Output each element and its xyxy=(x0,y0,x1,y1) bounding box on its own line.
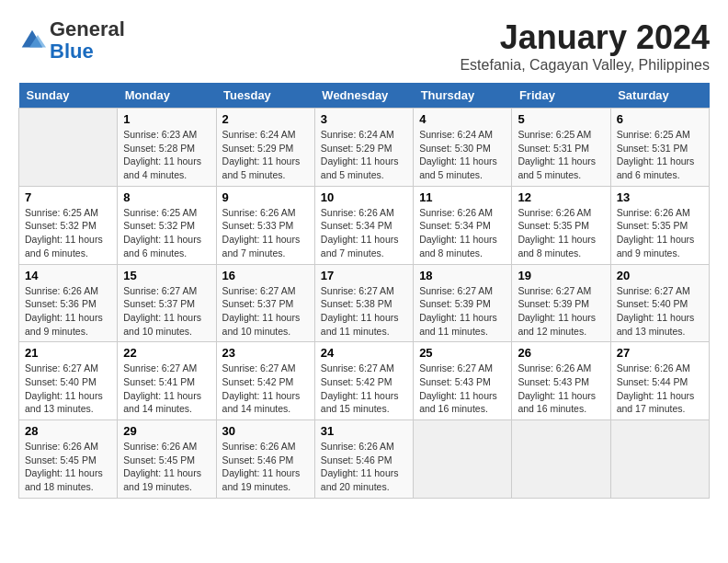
day-number: 23 xyxy=(222,346,309,360)
calendar-week-row: 28Sunrise: 6:26 AMSunset: 5:45 PMDayligh… xyxy=(19,420,710,499)
calendar-cell: 10Sunrise: 6:26 AMSunset: 5:34 PMDayligh… xyxy=(314,186,413,264)
day-number: 21 xyxy=(25,346,111,360)
day-info: Sunrise: 6:27 AMSunset: 5:39 PMDaylight:… xyxy=(518,284,604,339)
day-number: 16 xyxy=(222,269,309,282)
day-number: 25 xyxy=(419,346,506,360)
day-number: 1 xyxy=(123,112,210,126)
day-info: Sunrise: 6:25 AMSunset: 5:32 PMDaylight:… xyxy=(123,206,210,260)
day-info: Sunrise: 6:27 AMSunset: 5:37 PMDaylight:… xyxy=(123,284,210,339)
day-of-week-header: Sunday xyxy=(19,83,118,109)
day-number: 13 xyxy=(617,190,703,204)
calendar-cell: 28Sunrise: 6:26 AMSunset: 5:45 PMDayligh… xyxy=(19,420,118,499)
logo-blue-text: Blue xyxy=(50,40,94,63)
day-of-week-header: Monday xyxy=(118,83,216,109)
calendar-cell: 31Sunrise: 6:26 AMSunset: 5:46 PMDayligh… xyxy=(314,420,413,499)
day-number: 3 xyxy=(321,112,407,126)
calendar-cell: 11Sunrise: 6:26 AMSunset: 5:34 PMDayligh… xyxy=(414,186,512,264)
day-number: 18 xyxy=(419,269,506,282)
calendar-week-row: 21Sunrise: 6:27 AMSunset: 5:40 PMDayligh… xyxy=(19,342,710,420)
title-block: January 2024 Estefania, Cagayan Valley, … xyxy=(460,18,710,74)
day-info: Sunrise: 6:26 AMSunset: 5:46 PMDaylight:… xyxy=(321,440,407,494)
calendar-cell: 25Sunrise: 6:27 AMSunset: 5:43 PMDayligh… xyxy=(414,342,512,420)
day-number: 15 xyxy=(123,269,210,282)
day-of-week-header: Saturday xyxy=(610,83,709,109)
day-number: 17 xyxy=(321,269,407,282)
calendar-week-row: 7Sunrise: 6:25 AMSunset: 5:32 PMDaylight… xyxy=(19,186,710,264)
day-number: 8 xyxy=(123,190,210,204)
day-info: Sunrise: 6:27 AMSunset: 5:42 PMDaylight:… xyxy=(321,362,407,416)
day-info: Sunrise: 6:26 AMSunset: 5:34 PMDaylight:… xyxy=(419,206,506,260)
day-of-week-header: Friday xyxy=(512,83,610,109)
day-info: Sunrise: 6:27 AMSunset: 5:39 PMDaylight:… xyxy=(419,284,506,339)
day-info: Sunrise: 6:23 AMSunset: 5:28 PMDaylight:… xyxy=(123,128,210,182)
logo-general-text: General xyxy=(50,17,125,40)
calendar-cell xyxy=(512,420,610,499)
calendar-cell: 24Sunrise: 6:27 AMSunset: 5:42 PMDayligh… xyxy=(314,342,413,420)
calendar-cell: 1Sunrise: 6:23 AMSunset: 5:28 PMDaylight… xyxy=(118,109,216,187)
month-year-title: January 2024 xyxy=(460,18,710,57)
day-info: Sunrise: 6:27 AMSunset: 5:40 PMDaylight:… xyxy=(25,362,111,416)
calendar-cell: 19Sunrise: 6:27 AMSunset: 5:39 PMDayligh… xyxy=(512,264,610,342)
day-number: 5 xyxy=(518,112,604,126)
day-number: 30 xyxy=(222,424,309,438)
calendar-cell: 3Sunrise: 6:24 AMSunset: 5:29 PMDaylight… xyxy=(314,109,413,187)
calendar-week-row: 14Sunrise: 6:26 AMSunset: 5:36 PMDayligh… xyxy=(19,264,710,342)
day-of-week-header: Wednesday xyxy=(314,83,413,109)
day-info: Sunrise: 6:25 AMSunset: 5:31 PMDaylight:… xyxy=(518,128,604,182)
day-number: 22 xyxy=(123,346,210,360)
day-info: Sunrise: 6:26 AMSunset: 5:36 PMDaylight:… xyxy=(25,284,111,339)
day-number: 20 xyxy=(617,269,703,282)
day-of-week-header: Tuesday xyxy=(216,83,314,109)
calendar-cell: 7Sunrise: 6:25 AMSunset: 5:32 PMDaylight… xyxy=(19,186,118,264)
calendar-cell: 18Sunrise: 6:27 AMSunset: 5:39 PMDayligh… xyxy=(414,264,512,342)
calendar-cell: 20Sunrise: 6:27 AMSunset: 5:40 PMDayligh… xyxy=(610,264,709,342)
day-info: Sunrise: 6:24 AMSunset: 5:29 PMDaylight:… xyxy=(321,128,407,182)
day-info: Sunrise: 6:24 AMSunset: 5:30 PMDaylight:… xyxy=(419,128,506,182)
day-info: Sunrise: 6:26 AMSunset: 5:45 PMDaylight:… xyxy=(123,440,210,494)
calendar-cell: 15Sunrise: 6:27 AMSunset: 5:37 PMDayligh… xyxy=(118,264,216,342)
day-info: Sunrise: 6:26 AMSunset: 5:35 PMDaylight:… xyxy=(617,206,703,260)
day-info: Sunrise: 6:25 AMSunset: 5:32 PMDaylight:… xyxy=(25,206,111,260)
calendar-cell: 6Sunrise: 6:25 AMSunset: 5:31 PMDaylight… xyxy=(610,109,709,187)
calendar-cell: 12Sunrise: 6:26 AMSunset: 5:35 PMDayligh… xyxy=(512,186,610,264)
calendar-cell xyxy=(19,109,118,187)
day-info: Sunrise: 6:26 AMSunset: 5:35 PMDaylight:… xyxy=(518,206,604,260)
location-subtitle: Estefania, Cagayan Valley, Philippines xyxy=(460,57,710,74)
day-info: Sunrise: 6:27 AMSunset: 5:43 PMDaylight:… xyxy=(419,362,506,416)
day-number: 29 xyxy=(123,424,210,438)
day-number: 26 xyxy=(518,346,604,360)
calendar-cell: 16Sunrise: 6:27 AMSunset: 5:37 PMDayligh… xyxy=(216,264,314,342)
day-number: 24 xyxy=(321,346,407,360)
calendar-week-row: 1Sunrise: 6:23 AMSunset: 5:28 PMDaylight… xyxy=(19,109,710,187)
day-number: 11 xyxy=(419,190,506,204)
day-info: Sunrise: 6:26 AMSunset: 5:46 PMDaylight:… xyxy=(222,440,309,494)
day-number: 10 xyxy=(321,190,407,204)
calendar-cell: 14Sunrise: 6:26 AMSunset: 5:36 PMDayligh… xyxy=(19,264,118,342)
page-header: General Blue January 2024 Estefania, Cag… xyxy=(18,18,710,74)
day-info: Sunrise: 6:27 AMSunset: 5:37 PMDaylight:… xyxy=(222,284,309,339)
calendar-cell: 27Sunrise: 6:26 AMSunset: 5:44 PMDayligh… xyxy=(610,342,709,420)
calendar-cell: 9Sunrise: 6:26 AMSunset: 5:33 PMDaylight… xyxy=(216,186,314,264)
calendar-cell: 5Sunrise: 6:25 AMSunset: 5:31 PMDaylight… xyxy=(512,109,610,187)
day-number: 7 xyxy=(25,190,111,204)
calendar-table: SundayMondayTuesdayWednesdayThursdayFrid… xyxy=(18,83,710,499)
calendar-cell: 13Sunrise: 6:26 AMSunset: 5:35 PMDayligh… xyxy=(610,186,709,264)
calendar-cell: 17Sunrise: 6:27 AMSunset: 5:38 PMDayligh… xyxy=(314,264,413,342)
day-info: Sunrise: 6:26 AMSunset: 5:45 PMDaylight:… xyxy=(25,440,111,494)
calendar-cell: 26Sunrise: 6:26 AMSunset: 5:43 PMDayligh… xyxy=(512,342,610,420)
calendar-header-row: SundayMondayTuesdayWednesdayThursdayFrid… xyxy=(19,83,710,109)
day-info: Sunrise: 6:27 AMSunset: 5:42 PMDaylight:… xyxy=(222,362,309,416)
day-number: 9 xyxy=(222,190,309,204)
calendar-cell xyxy=(610,420,709,499)
calendar-cell: 21Sunrise: 6:27 AMSunset: 5:40 PMDayligh… xyxy=(19,342,118,420)
day-number: 2 xyxy=(222,112,309,126)
calendar-cell: 22Sunrise: 6:27 AMSunset: 5:41 PMDayligh… xyxy=(118,342,216,420)
calendar-cell: 8Sunrise: 6:25 AMSunset: 5:32 PMDaylight… xyxy=(118,186,216,264)
calendar-cell: 30Sunrise: 6:26 AMSunset: 5:46 PMDayligh… xyxy=(216,420,314,499)
day-number: 19 xyxy=(518,269,604,282)
calendar-cell xyxy=(414,420,512,499)
calendar-cell: 29Sunrise: 6:26 AMSunset: 5:45 PMDayligh… xyxy=(118,420,216,499)
day-number: 31 xyxy=(321,424,407,438)
day-of-week-header: Thursday xyxy=(414,83,512,109)
day-number: 12 xyxy=(518,190,604,204)
